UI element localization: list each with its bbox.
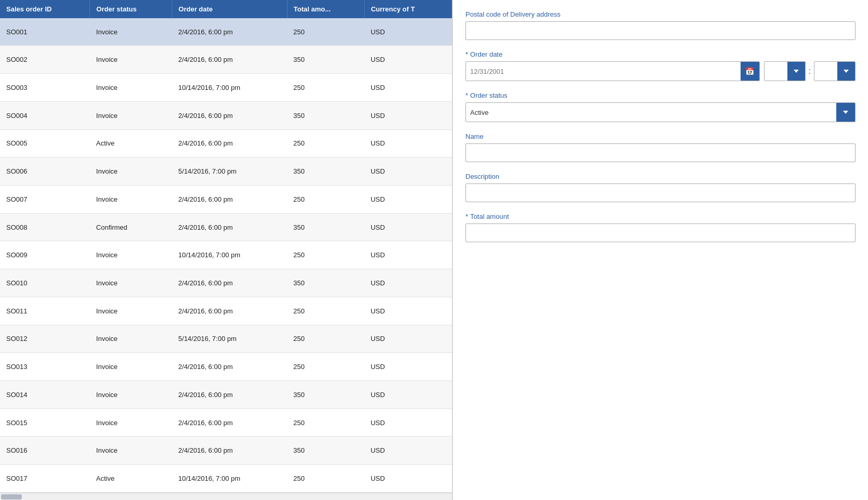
table-row[interactable]: SO011Invoice2/4/2016, 6:00 pm250USD	[0, 297, 452, 325]
name-label: Name	[465, 133, 856, 140]
table-cell-4: USD	[365, 437, 452, 465]
minutes-dropdown-button[interactable]	[837, 62, 855, 81]
order-status-label: Order status	[470, 91, 508, 99]
table-cell-2: 2/4/2016, 6:00 pm	[172, 18, 287, 46]
table-cell-2: 2/4/2016, 6:00 pm	[172, 437, 287, 465]
table-cell-1: Invoice	[90, 325, 172, 353]
table-row[interactable]: SO015Invoice2/4/2016, 6:00 pm250USD	[0, 409, 452, 437]
table-cell-3: 250	[287, 297, 365, 325]
table-cell-2: 2/4/2016, 6:00 pm	[172, 297, 287, 325]
table-cell-0: SO009	[0, 241, 90, 269]
table-cell-1: Invoice	[90, 74, 172, 102]
table-cell-2: 5/14/2016, 7:00 pm	[172, 157, 287, 186]
table-cell-3: 350	[287, 381, 365, 409]
col-header-total-amount: Total amo...	[287, 0, 365, 18]
order-date-group: * Order date 📅 00 : 00	[465, 50, 856, 81]
table-cell-0: SO005	[0, 129, 90, 157]
table-row[interactable]: SO006Invoice5/14/2016, 7:00 pm350USD	[0, 157, 452, 186]
calendar-button[interactable]: 📅	[741, 62, 759, 81]
table-row[interactable]: SO014Invoice2/4/2016, 6:00 pm350USD	[0, 381, 452, 409]
table-row[interactable]: SO005Active2/4/2016, 6:00 pm250USD	[0, 129, 452, 157]
table-panel: Sales order ID Order status Order date T…	[0, 0, 452, 500]
name-input[interactable]	[465, 143, 856, 162]
table-cell-2: 2/4/2016, 6:00 pm	[172, 353, 287, 381]
table-row[interactable]: SO016Invoice2/4/2016, 6:00 pm350USD	[0, 437, 452, 465]
table-cell-1: Invoice	[90, 437, 172, 465]
table-row[interactable]: SO012Invoice5/14/2016, 7:00 pm250USD	[0, 325, 452, 353]
table-cell-3: 250	[287, 409, 365, 437]
table-row[interactable]: SO017Active10/14/2016, 7:00 pm250USD	[0, 465, 452, 493]
table-cell-2: 2/4/2016, 6:00 pm	[172, 186, 287, 214]
order-status-required-star: *	[465, 91, 468, 99]
table-cell-3: 350	[287, 437, 365, 465]
main-container: Sales order ID Order status Order date T…	[0, 0, 868, 500]
table-cell-1: Confirmed	[90, 213, 172, 241]
table-row[interactable]: SO002Invoice2/4/2016, 6:00 pm350USD	[0, 46, 452, 74]
table-row[interactable]: SO001Invoice2/4/2016, 6:00 pm250USD	[0, 18, 452, 46]
table-cell-0: SO012	[0, 325, 90, 353]
table-row[interactable]: SO013Invoice2/4/2016, 6:00 pm250USD	[0, 353, 452, 381]
table-row[interactable]: SO003Invoice10/14/2016, 7:00 pm250USD	[0, 74, 452, 102]
table-cell-2: 10/14/2016, 7:00 pm	[172, 465, 287, 493]
table-cell-4: USD	[365, 129, 452, 157]
table-row[interactable]: SO010Invoice2/4/2016, 6:00 pm350USD	[0, 269, 452, 297]
table-cell-2: 10/14/2016, 7:00 pm	[172, 241, 287, 269]
minutes-input[interactable]: 00	[814, 62, 837, 81]
table-cell-1: Invoice	[90, 18, 172, 46]
table-cell-1: Invoice	[90, 409, 172, 437]
table-cell-3: 350	[287, 157, 365, 186]
table-cell-2: 2/4/2016, 6:00 pm	[172, 101, 287, 129]
table-cell-4: USD	[365, 46, 452, 74]
total-amount-required-star: *	[465, 213, 468, 220]
col-header-sales-order-id: Sales order ID	[0, 0, 90, 18]
table-cell-2: 2/4/2016, 6:00 pm	[172, 269, 287, 297]
table-row[interactable]: SO004Invoice2/4/2016, 6:00 pm350USD	[0, 101, 452, 129]
table-cell-0: SO014	[0, 381, 90, 409]
total-amount-label: Total amount	[470, 213, 509, 220]
table-cell-2: 2/4/2016, 6:00 pm	[172, 409, 287, 437]
table-cell-0: SO015	[0, 409, 90, 437]
order-date-required-star: *	[465, 50, 468, 58]
total-amount-group: * Total amount	[465, 213, 856, 242]
col-header-order-status: Order status	[90, 0, 172, 18]
hours-input-wrapper: 00	[764, 61, 806, 81]
description-label: Description	[465, 173, 856, 180]
table-cell-2: 10/14/2016, 7:00 pm	[172, 74, 287, 102]
postal-code-input[interactable]	[465, 21, 856, 40]
table-row[interactable]: SO007Invoice2/4/2016, 6:00 pm250USD	[0, 186, 452, 214]
description-input[interactable]	[465, 183, 856, 202]
horizontal-scrollbar-thumb[interactable]	[1, 494, 22, 499]
table-cell-1: Invoice	[90, 353, 172, 381]
table-cell-0: SO010	[0, 269, 90, 297]
table-cell-0: SO002	[0, 46, 90, 74]
table-cell-0: SO017	[0, 465, 90, 493]
table-body: SO001Invoice2/4/2016, 6:00 pm250USDSO002…	[0, 18, 452, 493]
table-cell-0: SO001	[0, 18, 90, 46]
order-date-input[interactable]	[466, 62, 741, 81]
table-cell-3: 250	[287, 186, 365, 214]
table-cell-2: 5/14/2016, 7:00 pm	[172, 325, 287, 353]
hours-input[interactable]: 00	[765, 62, 787, 81]
table-cell-2: 2/4/2016, 6:00 pm	[172, 46, 287, 74]
table-cell-4: USD	[365, 101, 452, 129]
table-cell-1: Active	[90, 129, 172, 157]
table-cell-1: Invoice	[90, 101, 172, 129]
table-cell-4: USD	[365, 213, 452, 241]
table-cell-0: SO016	[0, 437, 90, 465]
total-amount-label-row: * Total amount	[465, 213, 856, 220]
table-row[interactable]: SO009Invoice10/14/2016, 7:00 pm250USD	[0, 241, 452, 269]
order-status-dropdown-button[interactable]	[836, 103, 855, 122]
table-cell-3: 350	[287, 46, 365, 74]
chevron-down-icon-minutes	[844, 70, 849, 73]
table-cell-4: USD	[365, 325, 452, 353]
postal-code-group: Postal code of Delivery address	[465, 10, 856, 40]
hours-dropdown-button[interactable]	[787, 62, 805, 81]
table-cell-2: 2/4/2016, 6:00 pm	[172, 381, 287, 409]
table-row[interactable]: SO008Confirmed2/4/2016, 6:00 pm350USD	[0, 213, 452, 241]
total-amount-input[interactable]	[465, 223, 856, 242]
table-cell-0: SO013	[0, 353, 90, 381]
order-status-group: * Order status Active	[465, 91, 856, 122]
table-cell-4: USD	[365, 241, 452, 269]
horizontal-scrollbar[interactable]	[0, 493, 452, 500]
name-group: Name	[465, 133, 856, 162]
